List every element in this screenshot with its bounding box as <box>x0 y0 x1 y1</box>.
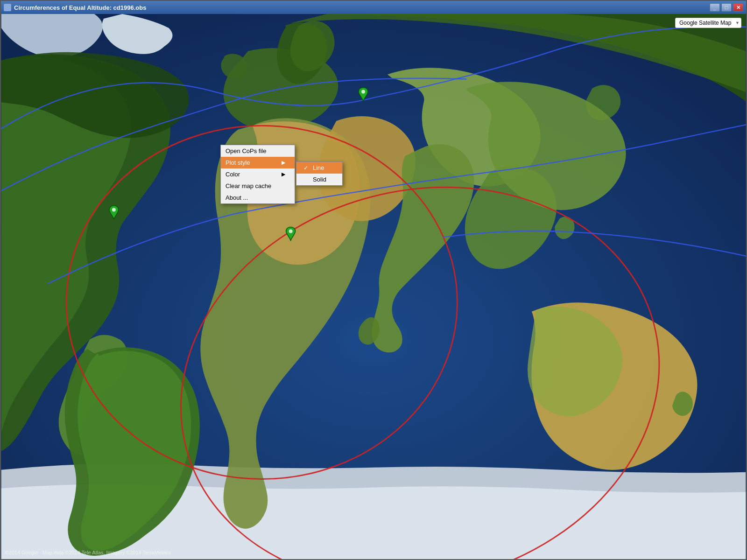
title-text: Circumferences of Equal Altitude: cd1996… <box>4 4 146 11</box>
minimize-button[interactable]: _ <box>710 3 720 12</box>
map-type-selector[interactable]: Google Satellite Map Google Map Google T… <box>675 18 741 28</box>
line-checkmark: ✓ <box>303 165 310 171</box>
map-type-wrapper: Google Satellite Map Google Map Google T… <box>675 18 741 28</box>
submenu-plot-style: ✓ Line Solid <box>296 161 343 186</box>
svg-text:©2014 Google · Map data ©2014 : ©2014 Google · Map data ©2014 Tele Atlas… <box>5 550 171 555</box>
close-button[interactable]: ✕ <box>733 3 743 12</box>
svg-point-6 <box>289 229 293 233</box>
title-bar: Circumferences of Equal Altitude: cd1996… <box>1 1 746 14</box>
menu-item-clear-cache[interactable]: Clear map cache <box>221 180 295 192</box>
app-window: Circumferences of Equal Altitude: cd1996… <box>0 0 747 560</box>
app-icon <box>4 4 11 11</box>
color-arrow: ▶ <box>282 171 285 177</box>
menu-item-plot-style[interactable]: Plot style ▶ <box>221 157 295 168</box>
plot-style-arrow: ▶ <box>282 160 285 166</box>
window-title: Circumferences of Equal Altitude: cd1996… <box>14 4 146 11</box>
svg-point-5 <box>112 208 116 212</box>
menu-item-open-cops[interactable]: Open CoPs file <box>221 145 295 157</box>
window-controls: _ □ ✕ <box>710 3 743 12</box>
map-svg: ©2014 Google · Map data ©2014 Tele Atlas… <box>1 14 746 559</box>
map-container: ©2014 Google · Map data ©2014 Tele Atlas… <box>1 14 746 559</box>
map-type-dropdown[interactable]: Google Satellite Map Google Map Google T… <box>675 18 741 28</box>
menu-item-about[interactable]: About ... <box>221 192 295 203</box>
submenu-item-line[interactable]: ✓ Line <box>296 162 342 174</box>
menu-item-color[interactable]: Color ▶ <box>221 168 295 180</box>
submenu-item-solid[interactable]: Solid <box>296 174 342 185</box>
svg-point-4 <box>361 90 365 93</box>
context-menu: Open CoPs file Plot style ▶ Color ▶ Clea… <box>220 145 295 204</box>
maximize-button[interactable]: □ <box>721 3 732 12</box>
